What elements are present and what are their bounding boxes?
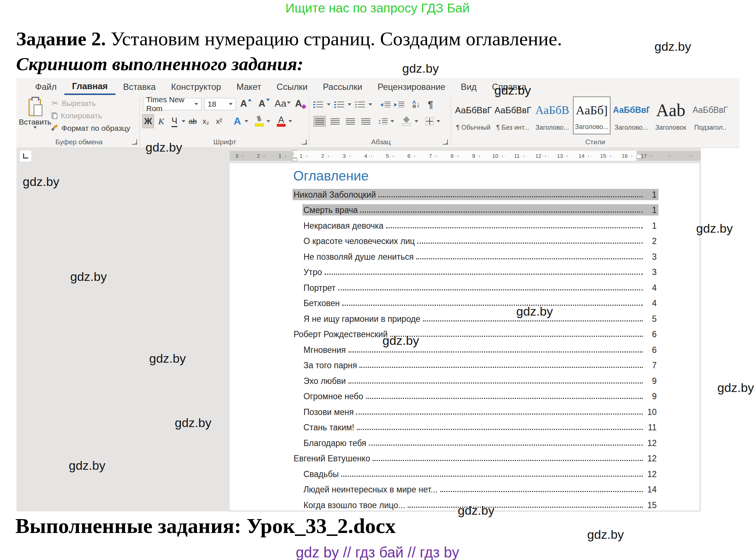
toc-entry[interactable]: Смерть врача1	[292, 202, 658, 218]
toc-entry[interactable]: Утро3	[292, 264, 658, 280]
toc-entry[interactable]: За того парня7	[292, 358, 658, 373]
toc-text: Я не ищу гармонии в природе	[303, 314, 420, 324]
toc-line: Эхо любви9	[302, 375, 658, 386]
toc-text: Эхо любви	[303, 376, 346, 386]
line-spacing-button[interactable]: ↕	[378, 117, 388, 126]
tab-Рецензирование[interactable]: Рецензирование	[370, 79, 453, 95]
bold-button[interactable]: Ж	[142, 114, 154, 128]
document-page[interactable]: Оглавление Николай Заболоцкий1Смерть вра…	[230, 163, 699, 511]
toc-entry[interactable]: Эхо любви9	[292, 373, 658, 389]
toc-leader	[417, 243, 643, 244]
sort-button[interactable]: А Я ↓	[412, 100, 420, 109]
ruler[interactable]: 321 12345678910111213141516 17	[230, 151, 701, 161]
shrink-font-button[interactable]: А	[258, 98, 270, 110]
toc-entry[interactable]: Не позволяй душе лениться3	[292, 249, 658, 264]
increase-indent-icon[interactable]	[394, 101, 404, 108]
font-dialog-launcher[interactable]	[302, 140, 307, 145]
style-item-6[interactable]: AabЗаголовок	[652, 96, 690, 134]
subscript-button[interactable]: x₂	[200, 114, 212, 128]
chevron-down-icon[interactable]	[348, 103, 351, 106]
highlight-button[interactable]	[253, 114, 265, 128]
multilevel-list-icon[interactable]	[355, 101, 365, 108]
toc-page-number: 5	[644, 314, 657, 324]
toc-entry[interactable]: О красоте человеческих лиц2	[292, 233, 658, 249]
document-canvas: 321 12345678910111213141516 17 Оглавлени…	[16, 148, 701, 511]
left-indent-marker[interactable]	[292, 158, 297, 161]
toc-entry[interactable]: Евгений Евтушенко12	[292, 451, 658, 466]
show-marks-button[interactable]: ¶	[428, 99, 433, 110]
chevron-down-icon[interactable]	[245, 120, 248, 122]
clear-formatting-button[interactable]: А	[295, 98, 302, 110]
cut-label: Вырезать	[61, 99, 95, 108]
toc-entry[interactable]: Стань таким!11	[292, 420, 658, 435]
toc-entry[interactable]: Людей неинтересных в мире нет...14	[292, 482, 658, 498]
font-name-select[interactable]: Times New Rom	[143, 98, 201, 110]
toc-entry[interactable]: Портрет4	[292, 280, 658, 296]
toc-entry[interactable]: Огромное небо9	[292, 389, 658, 404]
style-item-7[interactable]: АаБбВвГПодзагол..	[691, 96, 729, 134]
align-left-button[interactable]	[313, 116, 326, 127]
superscript-button[interactable]: x²	[213, 114, 225, 128]
style-item-2[interactable]: АаБбВвГг,¶ Без инт...	[494, 96, 532, 134]
bullet-list-icon[interactable]	[313, 101, 323, 108]
copy-button[interactable]: Копировать	[52, 110, 130, 122]
change-case-button[interactable]: Аа	[275, 98, 291, 110]
toc-entry[interactable]: Роберт Рождественский6	[292, 327, 658, 342]
toc-entry[interactable]: Бетховен4	[292, 296, 658, 311]
underline-button[interactable]: Ч	[169, 114, 180, 128]
paste-button[interactable]: Вставить	[22, 96, 49, 137]
italic-button[interactable]: К	[155, 114, 167, 128]
tab-Вставка[interactable]: Вставка	[116, 79, 163, 95]
style-item-5[interactable]: АаБбВвГЗаголово...	[612, 96, 650, 134]
toc-line: Мгновения6	[302, 344, 658, 355]
borders-icon[interactable]	[426, 117, 434, 125]
ruler-unit	[680, 151, 701, 161]
font-color-button[interactable]: А	[275, 114, 287, 128]
align-right-button[interactable]	[344, 116, 356, 127]
toc-entry[interactable]: Свадьбы12	[292, 466, 658, 482]
align-center-button[interactable]	[329, 116, 341, 127]
style-item-1[interactable]: АаБбВвГг,¶ Обычный	[454, 96, 492, 134]
toc-entry[interactable]: Позови меня10	[292, 404, 658, 420]
cut-button[interactable]: ✂ Вырезать	[52, 97, 130, 110]
toc-entry[interactable]: Благодарю тебя12	[292, 435, 658, 451]
toc-entry[interactable]: Мгновения6	[292, 342, 658, 358]
style-item-3[interactable]: АаБбВЗаголово...	[533, 96, 571, 134]
font-size-select[interactable]: 18	[204, 98, 236, 110]
style-item-4[interactable]: АаБб]Заголово...	[573, 96, 611, 134]
chevron-down-icon[interactable]	[390, 120, 394, 122]
clipboard-dialog-launcher[interactable]	[132, 140, 137, 145]
tab-Вид[interactable]: Вид	[453, 79, 484, 95]
ruler-unit: 6	[402, 151, 423, 161]
format-painter-button[interactable]: Формат по образцу	[52, 122, 130, 134]
chevron-down-icon[interactable]	[437, 120, 440, 122]
chevron-down-icon[interactable]	[182, 120, 185, 122]
tab-Файл[interactable]: Файл	[27, 79, 64, 95]
grow-font-button[interactable]: А	[240, 98, 252, 110]
shading-icon[interactable]	[402, 117, 412, 126]
tab-Рассылки[interactable]: Рассылки	[315, 79, 370, 95]
text-effects-button[interactable]: А	[231, 114, 243, 128]
tab-Ссылки[interactable]: Ссылки	[269, 79, 316, 95]
justify-button[interactable]	[359, 116, 372, 127]
tab-Конструктор[interactable]: Конструктор	[163, 79, 229, 95]
chevron-down-icon[interactable]	[415, 120, 418, 122]
chevron-down-icon[interactable]	[288, 120, 292, 122]
toc-text: За того парня	[303, 360, 357, 371]
toc-entry[interactable]: Я не ищу гармонии в природе5	[292, 311, 658, 327]
tab-Макет[interactable]: Макет	[229, 79, 269, 95]
tab-selector[interactable]	[19, 150, 32, 162]
strikethrough-button[interactable]: ab	[187, 114, 199, 128]
chevron-down-icon[interactable]	[267, 120, 270, 122]
numbered-list-icon[interactable]	[334, 101, 344, 108]
decrease-indent-icon[interactable]	[380, 101, 390, 108]
toc-line: За того парня7	[302, 359, 658, 371]
tab-Главная[interactable]: Главная	[64, 79, 116, 95]
paragraph-dialog-launcher[interactable]	[443, 140, 448, 145]
ruler-unit: 2	[316, 151, 337, 161]
chevron-down-icon[interactable]	[327, 103, 331, 106]
chevron-down-icon[interactable]	[369, 103, 372, 106]
toc-entry[interactable]: Некрасивая девочка1	[292, 218, 658, 233]
ribbon-tabs: ФайлГлавнаяВставкаКонструкторМакетСсылки…	[27, 79, 534, 95]
toc-entry[interactable]: Николай Заболоцкий1	[292, 187, 658, 202]
